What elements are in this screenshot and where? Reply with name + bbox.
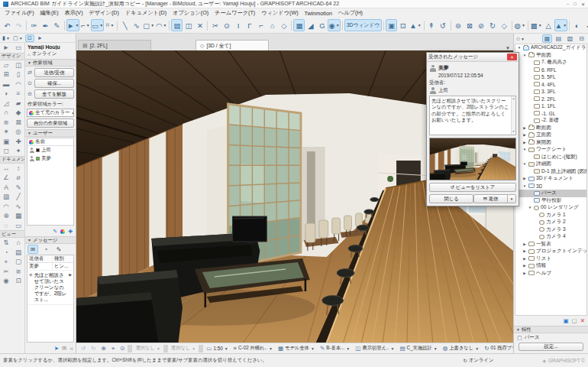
toolbar-button[interactable]: ◫ ▼ — [183, 19, 194, 31]
toolbar-button[interactable]: ▼ — [64, 21, 65, 31]
toolbar-button[interactable]: ▲ ▼ — [554, 19, 567, 31]
menu-item[interactable]: ウィンドウ(W) — [258, 9, 301, 17]
quick-option[interactable]: ▼ — [128, 345, 132, 352]
release-all-button[interactable]: 全てを解放 — [34, 89, 74, 99]
users-section-header[interactable]: ▼ ユーザー — [25, 129, 76, 137]
toolbox-tool-icon[interactable]: ◉ — [2, 277, 11, 284]
toolbar-button[interactable]: ▼ — [26, 21, 27, 31]
toolbar-button[interactable]: ◍ ▼ — [514, 19, 526, 31]
tree-item[interactable]: 6. RFL — [515, 67, 586, 74]
tree-item[interactable]: ▶ 立面図 — [515, 132, 586, 139]
quick-option[interactable]: ◫ 表示切替え.. ▼ — [353, 344, 396, 352]
restore-view-button[interactable]: ↺ ビューをリストア — [429, 183, 516, 192]
toolbar-button[interactable]: ▣ ▼ — [386, 19, 397, 31]
toolbox-tool-icon[interactable]: ▰ — [14, 99, 24, 107]
tree-item[interactable]: -1. GL — [515, 110, 586, 118]
tree-item[interactable]: ▶ プロジェクトインデックス — [515, 248, 586, 255]
toolbar-button[interactable]: ▼ — [451, 21, 451, 31]
toolbox-tool-icon[interactable]: ∿ — [14, 203, 24, 210]
toolbox-tool-icon[interactable]: ╱ — [14, 193, 24, 200]
tree-expand-icon[interactable]: ▼ — [528, 206, 532, 209]
menu-item[interactable]: ヘルプ(H) — [335, 9, 366, 17]
toolbox-tool-icon[interactable]: ≋ — [2, 119, 11, 126]
toolbar-button[interactable]: ⊘ ▼ — [476, 19, 487, 31]
tree-item[interactable]: ▼ 00 レンダリング — [515, 204, 586, 212]
send-receive-button[interactable]: 送信/受信 — [34, 68, 74, 77]
message-tab[interactable]: ✎ — [53, 245, 64, 254]
toolbox-tool-icon[interactable]: ▢ — [14, 258, 24, 265]
toolbox-tool-icon[interactable]: ▭ — [14, 44, 24, 51]
tree-item[interactable]: 7. 最高高さ — [515, 59, 586, 67]
tree-expand-icon[interactable]: ▼ — [522, 54, 527, 57]
toolbox-tool-icon[interactable]: ◔ — [2, 248, 11, 256]
toolbar-button[interactable]: ▼ — [169, 21, 170, 31]
quick-option[interactable]: 選択なし ▼ — [169, 344, 198, 352]
close-dialog-button[interactable]: 閉じる — [429, 194, 473, 203]
tree-item[interactable]: D-1 踏上詳細図 (図面) — [515, 168, 586, 176]
toolbox-tool-icon[interactable]: ◎ — [14, 128, 24, 135]
message-action-icon[interactable]: ◃ — [69, 345, 73, 352]
toolbox-tool-icon[interactable]: A — [2, 184, 11, 191]
toolbar-button[interactable]: ▲ ▼ — [409, 19, 422, 31]
toolbar-button[interactable]: ▭ ▼ — [91, 19, 104, 31]
toolbar-button[interactable]: ▼ — [528, 21, 528, 31]
toolbox-tool-icon[interactable]: ✎ — [14, 184, 24, 191]
toolbox-tool-icon[interactable]: ⌖ — [2, 258, 11, 266]
toolbar-button[interactable]: ▼ — [424, 21, 425, 31]
tree-item[interactable]: カメラ 3 — [515, 226, 586, 234]
menu-item[interactable]: 表示(V) — [62, 9, 86, 17]
toolbar-button[interactable]: ↺ ▼ — [438, 19, 449, 31]
mini-toolbar-button[interactable]: ▢ ▼ — [12, 34, 24, 42]
toolbar-button[interactable]: ▩ ▼ — [530, 19, 543, 31]
quick-option[interactable]: 選択なし ▼ — [133, 344, 162, 352]
toolbar-button[interactable]: ▢ ▼ — [142, 19, 155, 31]
menu-item[interactable]: チームワーク(T) — [212, 9, 258, 17]
toolbar-button[interactable]: ✑ ▼ — [28, 19, 40, 31]
toolbar-button[interactable]: ↻ ▼ — [487, 19, 499, 31]
navigator-tool-icon[interactable]: ▣ — [564, 317, 569, 324]
toolbar-button[interactable]: ╲ ▼ — [119, 19, 131, 31]
tree-expand-icon[interactable]: ▼ — [522, 184, 527, 188]
toolbar-button[interactable]: ◇ ▼ — [499, 19, 510, 31]
toolbox-tool-icon[interactable]: ▱ — [2, 61, 11, 69]
navigator-header-button[interactable]: ▦ ▼ — [542, 34, 552, 43]
message-action-icon[interactable]: ✉ — [62, 345, 66, 352]
quick-option[interactable]: ▭ 1:50 ▼ — [204, 344, 230, 352]
menu-item[interactable]: ドキュメント(D) — [122, 9, 170, 17]
toolbox-tool-icon[interactable]: ⊡ — [14, 277, 24, 284]
toolbar-button[interactable]: ▤ ▼ — [171, 19, 183, 31]
quick-option[interactable]: ⊕ ▼ — [99, 344, 108, 352]
message-preview[interactable]: ◈ 先ほど相談させて頂いたスクリーンなのですが、2階レスト... ▶ — [27, 271, 73, 305]
assign-user-icon[interactable]: ✎ — [53, 229, 57, 235]
navigator-header-button[interactable]: ▧ ▼ — [565, 34, 575, 43]
toolbar-button[interactable]: ▼ — [207, 21, 208, 31]
tree-item[interactable]: ▶ 展開図 — [515, 139, 586, 147]
reply-button[interactable]: ✉ 返信 — [473, 194, 508, 203]
tree-item[interactable]: -2. 基礎 — [515, 117, 586, 125]
toolbox-tool-icon[interactable]: ⌀ — [14, 174, 24, 181]
toolbox-tool-icon[interactable]: ✚ — [14, 138, 24, 145]
toolbox-tool-icon[interactable]: ∠ — [2, 174, 11, 181]
toolbox-tool-icon[interactable]: ⇅ — [2, 239, 11, 246]
toolbar-button[interactable]: ◐ ▼ — [571, 19, 583, 31]
tree-expand-icon[interactable]: ▶ — [522, 257, 527, 261]
tree-item[interactable]: 1. 1FL — [515, 102, 586, 110]
toolbar-button[interactable]: ↷ ▼ — [13, 19, 24, 31]
navigator-header-button[interactable]: ▤ ▼ — [554, 34, 564, 43]
tree-expand-icon[interactable]: ▼ — [522, 162, 527, 166]
toolbar-button[interactable]: ◉ ▼ — [328, 19, 340, 31]
tree-item[interactable]: パース — [515, 190, 586, 197]
quick-option[interactable]: ⌖ ▼ — [109, 344, 117, 352]
tree-item[interactable]: 3. 3FL — [515, 88, 586, 96]
toolbar-button[interactable]: ▼ — [342, 21, 343, 31]
tree-item[interactable]: カメラ 4 — [515, 233, 586, 241]
menu-item[interactable]: 編集(E) — [37, 9, 62, 17]
settings-button[interactable]: 設定... — [519, 343, 583, 351]
tree-item[interactable]: カメラ 2 — [515, 219, 586, 226]
toolbar-button[interactable]: ⌗ ▼ — [104, 19, 115, 31]
view-thumbnail[interactable] — [429, 138, 516, 180]
toolbox-tool-icon[interactable]: ◆ — [14, 109, 24, 116]
menu-item[interactable]: ファイル(F) — [2, 9, 37, 17]
navigator-header-button[interactable]: ⌂ ▼ — [515, 34, 525, 43]
toolbox-tool-icon[interactable]: ◻ — [2, 147, 11, 154]
